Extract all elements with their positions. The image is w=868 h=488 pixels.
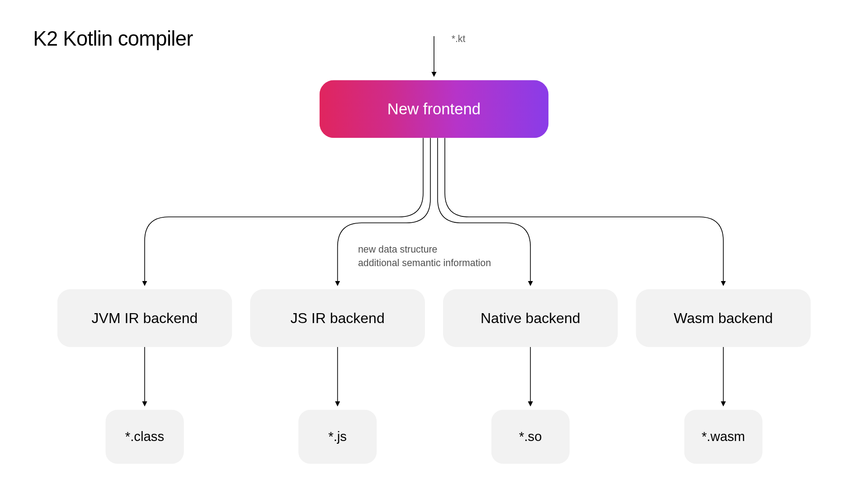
output-node-so: *.so <box>491 410 570 464</box>
output-node-js: *.js <box>298 410 377 464</box>
frontend-node: New frontend <box>320 80 549 138</box>
edge-annotation-line1: new data structure <box>358 242 437 256</box>
diagram-title: K2 Kotlin compiler <box>33 27 193 51</box>
edge-annotation-line2: additional semantic information <box>358 256 491 270</box>
output-node-class: *.class <box>105 410 184 464</box>
input-extension-label: *.kt <box>452 34 466 45</box>
output-node-wasm: *.wasm <box>684 410 762 464</box>
backend-node-jvm: JVM IR backend <box>57 289 232 347</box>
backend-node-js: JS IR backend <box>250 289 425 347</box>
backend-node-wasm: Wasm backend <box>636 289 811 347</box>
backend-node-native: Native backend <box>443 289 618 347</box>
